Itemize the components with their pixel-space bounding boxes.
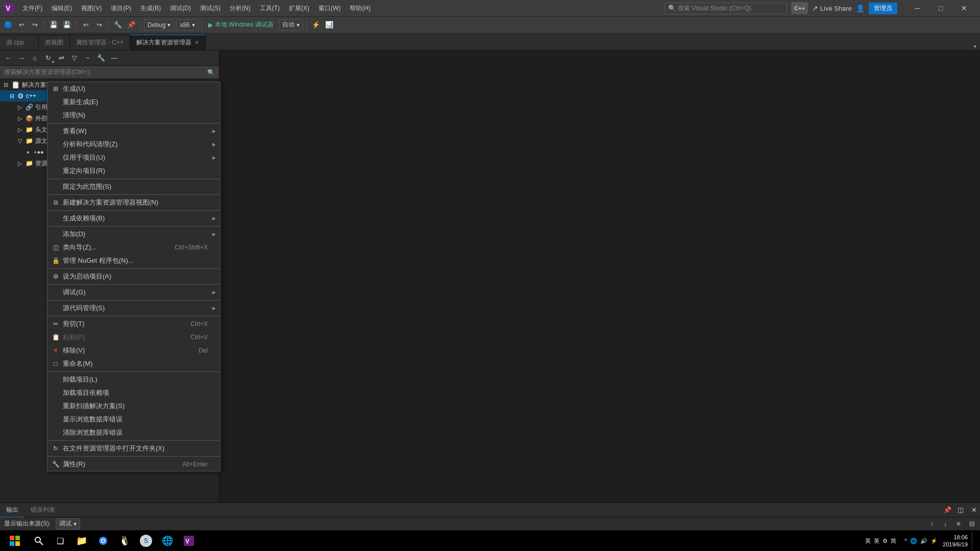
redo-btn[interactable]: ↪ xyxy=(29,19,41,31)
run-button[interactable]: ▶ 本地 Windows 调试器 xyxy=(205,19,277,30)
output-tab-output[interactable]: 输出 xyxy=(0,503,24,517)
taskbar-file-explorer[interactable]: 📁 xyxy=(71,532,92,550)
output-btn3[interactable]: ≡ xyxy=(952,518,965,530)
ctx-unload[interactable]: 卸载项目(L) xyxy=(47,373,220,386)
taskbar-vs[interactable]: V xyxy=(179,532,199,550)
output-btn1[interactable]: ↑ xyxy=(926,518,938,530)
menu-file[interactable]: 文件(F) xyxy=(18,2,46,15)
ctx-rescan[interactable]: 重新扫描解决方案(S) xyxy=(47,399,220,413)
taskbar-task-view[interactable]: ❑ xyxy=(50,532,70,550)
redo2-btn[interactable]: ↪ xyxy=(93,19,105,31)
tool-btn2[interactable]: 📌 xyxy=(125,19,137,31)
taskbar-qq[interactable]: 🐧 xyxy=(114,532,135,550)
output-tab-bar: 输出 错误列表 📌 ◫ ✕ xyxy=(0,503,980,517)
perf-btn2[interactable]: 📊 xyxy=(323,19,335,31)
sol-prop-btn[interactable]: 🔧 xyxy=(95,52,107,64)
save-btn[interactable]: 💾 xyxy=(47,19,60,31)
menu-help[interactable]: 帮助(H) xyxy=(346,2,375,15)
ctx-paste[interactable]: 📋 粘贴(P) Ctrl+V xyxy=(47,331,220,344)
menu-window[interactable]: 窗口(W) xyxy=(314,2,345,15)
ctx-load-deps[interactable]: 加载项目依赖项 xyxy=(47,386,220,399)
ctx-remove[interactable]: ✕ 移除(V) Del xyxy=(47,344,220,357)
maximize-button[interactable]: □ xyxy=(929,0,952,16)
close-button[interactable]: ✕ xyxy=(952,0,976,16)
clock[interactable]: 18:06 2019/6/19 xyxy=(943,534,968,548)
start-button[interactable] xyxy=(2,532,28,550)
ctx-analyze[interactable]: 分析和代码清理(Z) xyxy=(47,138,220,151)
minimize-button[interactable]: ─ xyxy=(905,0,929,16)
menu-tools[interactable]: 工具(T) xyxy=(256,2,284,15)
menu-test[interactable]: 测试(S) xyxy=(196,2,225,15)
ctx-show-db-errors[interactable]: 显示浏览数据库错误 xyxy=(47,413,220,426)
ctx-add[interactable]: 添加(D) xyxy=(47,228,220,241)
undo-btn[interactable]: ↩ xyxy=(15,19,28,31)
ctx-set-startup[interactable]: ⚙ 设为启动项目(A) xyxy=(47,270,220,283)
menu-project[interactable]: 项目(P) xyxy=(107,2,135,15)
output-close-btn[interactable]: ✕ xyxy=(968,504,980,516)
tab-source-cpp[interactable]: 源.cpp xyxy=(0,35,39,50)
platform-dropdown[interactable]: x86 ▾ xyxy=(176,19,198,31)
sol-home-btn[interactable]: ⌂ xyxy=(29,52,41,64)
taskbar-chrome[interactable] xyxy=(93,532,113,550)
sol-collapse-btn[interactable]: − xyxy=(82,52,94,64)
solution-search-bar[interactable]: 搜索解决方案资源管理器(Ctrl+;) 🔍 xyxy=(0,66,219,79)
output-btn2[interactable]: ↓ xyxy=(939,518,951,530)
menu-edit[interactable]: 编辑(E) xyxy=(47,2,76,15)
ctx-debug[interactable]: 调试(G) xyxy=(47,286,220,299)
ctx-rebuild[interactable]: 重新生成(E) xyxy=(47,95,220,109)
ctx-source-control[interactable]: 源代码管理(S) xyxy=(47,302,220,315)
show-desktop-btn[interactable] xyxy=(972,532,974,550)
tab-property-manager[interactable]: 属性管理器 - C++ xyxy=(70,35,130,50)
tab-overflow-btn[interactable]: ▾ xyxy=(970,43,980,50)
tab-close-btn[interactable]: ✕ xyxy=(194,39,199,46)
admin-button[interactable]: 管理员 xyxy=(869,3,897,14)
menu-analyze[interactable]: 分析(N) xyxy=(226,2,255,15)
save-all-btn[interactable]: 💾 xyxy=(61,19,73,31)
ctx-project-only[interactable]: 仅用于项目(U) xyxy=(47,151,220,164)
tool-btn1[interactable]: 🔧 xyxy=(112,19,124,31)
ctx-open-folder[interactable]: ↻ 在文件资源管理器中打开文件夹(X) xyxy=(47,442,220,455)
output-tab-errors[interactable]: 错误列表 xyxy=(24,503,61,517)
ctx-retarget[interactable]: 重定向项目(R) xyxy=(47,164,220,178)
new-project-btn[interactable]: 🔵 xyxy=(2,19,14,31)
menu-view[interactable]: 视图(V) xyxy=(77,2,106,15)
tray-expand[interactable]: ^ xyxy=(904,538,907,544)
debug-config-dropdown[interactable]: Debug ▾ xyxy=(144,19,174,31)
perf-btn[interactable]: ⚡ xyxy=(310,19,322,31)
ctx-properties[interactable]: 🔧 属性(R) Alt+Enter xyxy=(47,458,220,471)
output-btn4[interactable]: ⊟ xyxy=(966,518,978,530)
tab-solution-explorer[interactable]: 解决方案资源管理器 ✕ xyxy=(130,35,206,50)
auto-dropdown[interactable]: 自动 ▾ xyxy=(279,19,303,31)
output-auto-hide-btn[interactable]: ◫ xyxy=(954,504,967,516)
taskbar-steam[interactable]: S xyxy=(136,532,156,550)
menu-debug[interactable]: 调试(D) xyxy=(166,2,195,15)
ctx-clear-db-errors[interactable]: 清除浏览数据库错误 xyxy=(47,426,220,439)
ctx-clean[interactable]: 清理(N) xyxy=(47,109,220,122)
output-source-dropdown[interactable]: 调试 ▾ xyxy=(56,518,80,530)
sol-sync-btn[interactable]: ⇌ xyxy=(55,52,67,64)
menu-extensions[interactable]: 扩展(X) xyxy=(285,2,313,15)
undo2-btn[interactable]: ↩ xyxy=(80,19,92,31)
ctx-rename[interactable]: □ 重命名(M) xyxy=(47,357,220,370)
tab-class-view[interactable]: 类视图 xyxy=(39,35,70,50)
sol-refresh-btn[interactable]: ↻▾ xyxy=(42,52,54,64)
ctx-scope[interactable]: 限定为此范围(S) xyxy=(47,180,220,193)
sol-view-btn[interactable]: — xyxy=(108,52,120,64)
cpp-btn[interactable]: C++ xyxy=(791,2,808,14)
sol-filter-btn[interactable]: ▽ xyxy=(68,52,81,64)
live-share-button[interactable]: ↗ Live Share xyxy=(812,4,852,12)
sol-forward-btn[interactable]: → xyxy=(15,52,28,64)
taskbar-search[interactable] xyxy=(29,532,49,550)
menu-build[interactable]: 生成(B) xyxy=(136,2,165,15)
ctx-new-view[interactable]: ⧉ 新建解决方案资源管理器视图(N) xyxy=(47,196,220,209)
sol-back-btn[interactable]: ← xyxy=(2,52,14,64)
taskbar-network[interactable]: 🌐 xyxy=(157,532,178,550)
ctx-view[interactable]: 查看(W) xyxy=(47,124,220,138)
ctx-build[interactable]: ⊞ 生成(U) xyxy=(47,82,220,95)
view-icon xyxy=(52,127,60,135)
ctx-class-wizard[interactable]: ◫ 类向导(Z)... Ctrl+Shift+X xyxy=(47,241,220,254)
ctx-nuget[interactable]: 🔒 管理 NuGet 程序包(N)... xyxy=(47,254,220,267)
ctx-dependencies[interactable]: 生成依赖项(B) xyxy=(47,212,220,225)
output-pin-btn[interactable]: 📌 xyxy=(941,504,953,516)
ctx-cut[interactable]: ✂ 剪切(T) Ctrl+X xyxy=(47,317,220,331)
